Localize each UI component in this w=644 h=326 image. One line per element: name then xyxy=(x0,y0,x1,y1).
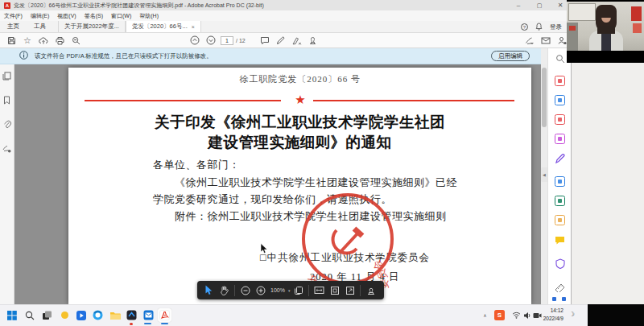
tab-tools[interactable]: 工具 xyxy=(27,21,53,32)
game-app-icon[interactable] xyxy=(125,308,138,322)
vertical-scrollbar[interactable] xyxy=(541,64,547,304)
screen-corner-overlay xyxy=(588,304,644,326)
red-rule-left xyxy=(85,100,281,101)
tray-chevron-glyph: ∧ xyxy=(483,312,486,318)
share-email-icon[interactable] xyxy=(538,34,554,47)
pdfa-notice-bar: 该文件符合 PDF/A 标准规范，且已在只读模式下打开以防被修改。 xyxy=(0,48,541,64)
cloud-upload-icon[interactable] xyxy=(35,34,52,47)
hammer-sickle-emblem xyxy=(333,229,362,253)
tab-close-icon[interactable]: × xyxy=(192,24,195,30)
taskbar-search-icon[interactable] xyxy=(23,308,36,322)
previous-page-icon[interactable] xyxy=(187,34,203,47)
zoom-in-icon[interactable] xyxy=(254,283,267,297)
mouse-cursor xyxy=(260,243,268,258)
save-icon[interactable] xyxy=(3,34,19,47)
compress-pdf-tool-icon[interactable] xyxy=(555,215,565,225)
search-tool-icon[interactable] xyxy=(555,52,565,67)
desktop-shortcut-icon[interactable] xyxy=(562,297,566,301)
scrollbar-thumb[interactable] xyxy=(542,68,547,127)
document-tab-2-active[interactable]: 党发〔2020〕66号... × xyxy=(126,21,201,32)
minimize-button[interactable]: – xyxy=(510,0,527,10)
create-pdf-tool-icon[interactable] xyxy=(555,76,565,86)
login-button[interactable]: 登录 xyxy=(550,23,562,31)
fill-sign-icon[interactable] xyxy=(522,34,538,47)
webcam-person-shirt xyxy=(601,34,611,51)
export-pdf-tool-icon[interactable] xyxy=(555,134,565,144)
left-panel-strip xyxy=(0,64,14,304)
clock-time: 14:12 xyxy=(525,307,564,315)
zoom-out-icon[interactable] xyxy=(238,283,252,297)
sogou-letter: S xyxy=(494,310,505,320)
panel-collapse-icon[interactable]: ◀ xyxy=(541,167,547,182)
enable-editing-button[interactable]: 启用编辑 xyxy=(491,51,530,61)
sign-pen-icon[interactable] xyxy=(289,34,305,47)
comment-icon[interactable] xyxy=(257,34,273,47)
signatures-icon[interactable] xyxy=(2,142,11,156)
tab-row: 主页 工具 关于开展2022年度... 党发〔2020〕66号... × ? 登… xyxy=(0,21,572,33)
bookmarks-icon[interactable] xyxy=(3,93,10,108)
edit-pdf-tool-icon[interactable] xyxy=(555,95,565,105)
salutation: 各单位、各部门： xyxy=(153,158,240,172)
zoom-dropdown-icon[interactable]: ▾ xyxy=(288,288,291,293)
protect-tool-icon[interactable] xyxy=(555,258,565,272)
comment-tool-icon[interactable] xyxy=(555,234,565,249)
page-display-icon[interactable] xyxy=(291,283,305,297)
menu-window[interactable]: 窗口(W) xyxy=(107,12,135,20)
main-toolbar: ☆ 1 / 12 xyxy=(0,33,572,48)
stamp-tool-icon[interactable] xyxy=(305,34,321,47)
fill-sign-tool-icon[interactable] xyxy=(555,153,565,167)
zoom-search-icon[interactable] xyxy=(68,34,84,47)
star-favorite-icon[interactable]: ☆ xyxy=(19,34,35,47)
start-button[interactable] xyxy=(5,308,19,322)
attachments-icon[interactable] xyxy=(3,118,11,132)
notification-bell-icon[interactable] xyxy=(535,23,543,32)
fit-width-icon[interactable] xyxy=(312,283,326,297)
page-thumbnails-icon[interactable] xyxy=(2,69,11,84)
hand-tool-icon[interactable] xyxy=(217,283,231,297)
taskbar-clock[interactable]: 14:12 2022/4/9 xyxy=(525,307,564,323)
action-wizard-tool-icon[interactable] xyxy=(555,176,565,187)
red-star: ★ xyxy=(284,92,316,108)
pencil-annotate-icon[interactable] xyxy=(273,34,289,47)
fit-page-icon[interactable] xyxy=(328,283,341,297)
read-mode-stamp-icon[interactable] xyxy=(364,283,378,297)
window-title: 党发〔2020〕66号徐州工业职业技术学院社团建设管理实施细则.pdf - Ad… xyxy=(14,2,264,10)
next-page-icon[interactable] xyxy=(203,34,219,47)
sogou-input-icon[interactable]: S xyxy=(493,308,506,322)
document-tab-1-label: 关于开展2022年度... xyxy=(64,23,119,31)
select-tool-icon[interactable] xyxy=(202,283,216,297)
task-view-icon[interactable] xyxy=(40,308,54,322)
zoom-level-label[interactable]: 100% xyxy=(269,287,287,293)
browser-icon[interactable] xyxy=(91,308,105,322)
menu-sign[interactable]: 签名(S) xyxy=(80,12,107,20)
file-explorer-icon[interactable] xyxy=(108,308,122,322)
maximize-button[interactable]: ▢ xyxy=(530,0,548,10)
media-player-icon[interactable] xyxy=(74,308,88,322)
acrobat-app-icon: A xyxy=(4,2,10,9)
menu-help[interactable]: 帮助(H) xyxy=(135,12,163,20)
screen: A 党发〔2020〕66号徐州工业职业技术学院社团建设管理实施细则.pdf - … xyxy=(0,0,644,326)
desktop-shortcut-icon[interactable] xyxy=(552,297,556,301)
document-tab-1[interactable]: 关于开展2022年度... xyxy=(58,21,126,32)
fullscreen-icon[interactable] xyxy=(343,283,357,297)
combine-files-tool-icon[interactable] xyxy=(555,196,565,206)
tray-chevron-icon[interactable]: ∧ xyxy=(478,308,492,322)
taskbar-app-yellow-icon[interactable] xyxy=(58,308,72,322)
menu-file[interactable]: 文件(F) xyxy=(0,12,27,20)
acrobat-taskbar-icon[interactable] xyxy=(158,308,171,322)
menubar: 文件(F) 编辑(E) 视图(V) 签名(S) 窗口(W) 帮助(H) xyxy=(0,10,572,21)
focus-assist-moon-icon[interactable]: ☽ xyxy=(569,311,575,318)
mail-running-indicator xyxy=(144,323,151,324)
menu-edit[interactable]: 编辑(E) xyxy=(27,12,53,20)
menu-view[interactable]: 视图(V) xyxy=(53,12,80,20)
print-icon[interactable] xyxy=(52,34,68,47)
tab-home[interactable]: 主页 xyxy=(0,21,27,32)
mail-app-icon[interactable] xyxy=(142,308,155,322)
document-pane[interactable]: 徐工职院党发〔2020〕66 号 ★ 关于印发《徐州工业职业技术学院学生社团 建… xyxy=(14,64,541,304)
help-icon[interactable]: ? xyxy=(521,23,528,31)
page-count-label: / 12 xyxy=(236,38,246,43)
measure-tool-icon[interactable] xyxy=(555,281,565,295)
page-number-input[interactable]: 1 xyxy=(221,36,233,45)
notice-message: 该文件符合 PDF/A 标准规范，且已在只读模式下打开以防被修改。 xyxy=(35,52,213,60)
organize-pages-tool-icon[interactable] xyxy=(555,114,565,125)
